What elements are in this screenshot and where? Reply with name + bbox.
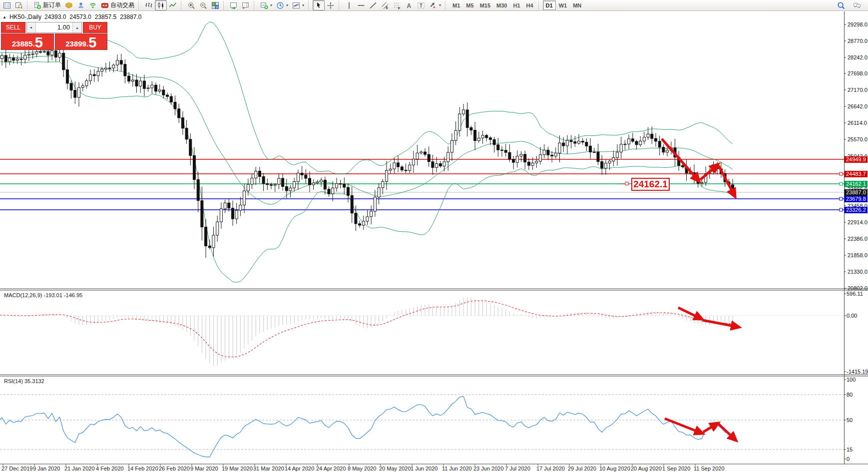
date-axis-label: 24 Apr 2020 [316,466,346,472]
sell-button[interactable]: SELL [1,22,25,33]
candlestick-chart-button[interactable] [155,0,167,10]
symbol-search-icon [837,1,845,9]
text-button[interactable]: A [403,0,415,10]
line-chart-button[interactable] [167,0,179,10]
date-axis-label: 20 May 2020 [379,466,411,472]
text-label-icon: T [417,1,425,9]
date-axis-label: 29 Jul 2020 [568,466,596,472]
chat-button[interactable] [851,0,863,10]
crosshair-button[interactable] [325,0,337,10]
horizontal-line-button[interactable] [355,0,367,10]
chat-icon [853,1,861,9]
macd-values: -193.01 -146.95 [43,292,82,298]
macd-axis-label: -1415.19 [847,369,868,375]
history-icon [65,1,73,9]
price-axis-label: 29298.0 [848,22,868,27]
volume-increase-button[interactable]: ▲ [72,22,81,32]
timeframe-h1-button[interactable]: H1 [510,0,523,10]
chart-shift-button[interactable] [240,0,252,10]
sell-price-panel[interactable]: 23885.5 [1,33,54,50]
collapse-quote-panel-icon[interactable]: ▲ [2,15,6,19]
zoom-in-button[interactable] [185,0,197,10]
bar-chart-button[interactable] [143,0,155,10]
volume-decrease-button[interactable]: ▼ [27,22,36,32]
new-order-button-label: 新订单 [43,1,61,9]
candlestick-chart-icon [157,1,165,9]
timeframe-d1-button[interactable]: D1 [543,0,556,10]
equidistant-channel-button[interactable]: E [379,0,391,10]
history-button[interactable] [63,0,75,10]
zoom-out-button[interactable] [197,0,209,10]
macd-axis-label: 596.11 [847,291,863,297]
dropdown-arrow-icon: ▾ [286,3,288,7]
macd-histogram [2,297,733,366]
price-axis-label: 26114.0 [848,120,867,126]
date-axis-label: 8 May 2020 [348,466,376,472]
chart-plot-area[interactable] [0,0,868,472]
timeframe-mn-button[interactable]: MN [570,0,584,10]
volume-input[interactable]: 1.00 [36,22,72,32]
buy-button[interactable]: BUY [83,22,107,33]
timeframe-m30-button[interactable]: M30 [493,0,510,10]
timeframe-w1-button[interactable]: W1 [556,0,570,10]
signals-button[interactable] [87,0,99,10]
auto-scroll-button[interactable] [228,0,240,10]
macd-name: MACD(12,26,9) [4,292,42,298]
toolbar: 新订单自动交易▾▾▾EFAT▾M1M5M15M30H1H4D1W1MN [0,0,868,11]
arrows-tool-button[interactable]: ▾ [427,0,443,10]
fibonacci-button[interactable]: F [391,0,403,10]
buy-price-panel[interactable]: 23899.5 [55,33,108,50]
rsi-value: 35.3132 [24,378,44,384]
toolbar-separator [445,1,447,9]
autotrading-button[interactable]: 自动交易 [99,0,136,10]
market-watch-button[interactable] [1,0,13,10]
price-level-tag: 24162.1 [845,181,868,187]
timeframe-h4-button[interactable]: H4 [523,0,536,10]
vertical-line-button[interactable] [343,0,355,10]
timeframe-m1-button[interactable]: M1 [449,0,463,10]
date-axis-label: 26 Feb 2020 [159,466,190,472]
date-axis-label: 19 Mar 2020 [222,466,253,472]
chart-symbol-period: HK50-,Daily [9,13,41,20]
templates-button[interactable]: ▾ [290,0,306,10]
publisher-icon [77,1,85,9]
new-order-button[interactable]: 新订单 [31,0,63,10]
toolbar-separator [538,1,541,9]
ohlc-close: 23887.0 [120,13,141,20]
date-axis-label: 1 Sep 2020 [662,466,690,472]
chart-svg[interactable] [0,0,868,472]
text-label-button[interactable]: T [415,0,427,10]
periods-icon [276,1,284,9]
price-axis-label: 28242.0 [848,55,868,60]
price-axis-label: 21330.0 [848,269,868,275]
publisher-button[interactable] [75,0,87,10]
date-axis-label: 9 Jan 2020 [33,466,60,472]
price-axis-label: 22914.0 [848,220,868,225]
templates-icon [292,1,300,9]
toolbar-main-groups: 新订单自动交易▾▾▾EFAT▾M1M5M15M30H1H4D1W1MN [1,0,584,10]
timeframe-m5-button[interactable]: M5 [463,0,476,10]
navigator-button[interactable] [13,0,25,10]
svg-text:A: A [407,2,412,9]
toolbar-right-group [835,0,863,10]
fibonacci-icon: F [393,1,401,9]
tile-windows-button[interactable] [209,0,221,10]
price-level-tag: 23679.8 [845,196,868,202]
periods-button[interactable]: ▾ [274,0,290,10]
price-annotation-box[interactable]: 24162.1 [631,178,670,191]
horizontal-line-icon [357,1,365,9]
timeframe-m15-button[interactable]: M15 [477,0,493,10]
indicator-level-lines [0,316,844,450]
arrows-tool-icon [429,1,437,9]
volume-stepper: ▼ 1.00 ▲ [26,22,82,33]
date-axis-label: 7 Jul 2020 [505,466,530,472]
symbol-search-button[interactable] [835,0,847,10]
autotrading-icon [101,1,109,9]
trendline-button[interactable] [367,0,379,10]
rsi-indicator-label: RSI(14) 35.3132 [4,378,44,384]
signals-icon [89,1,97,9]
cursor-button[interactable] [313,0,325,10]
dropdown-arrow-icon: ▾ [439,3,441,7]
date-axis-label: 11 Sep 2020 [694,466,725,472]
new-chart-button[interactable]: ▾ [258,0,274,10]
